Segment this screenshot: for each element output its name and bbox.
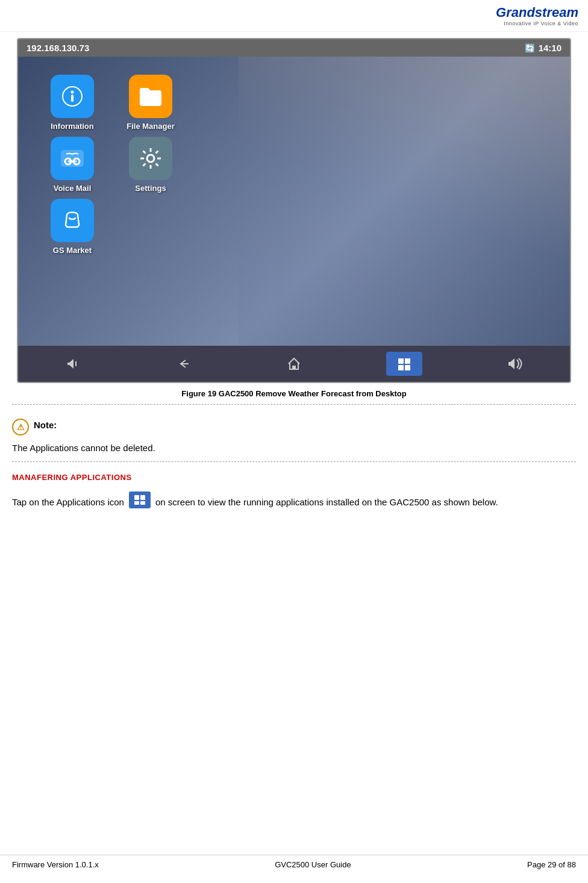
- para-text-before: Tap on the Applications icon: [12, 495, 124, 510]
- divider-1: [12, 404, 576, 405]
- svg-rect-24: [134, 495, 139, 500]
- app-icon-settings[interactable]: Settings: [114, 137, 187, 193]
- nav-volume-up[interactable]: [496, 352, 533, 376]
- logo: Grandstream Innovative IP Voice & Video: [496, 5, 578, 27]
- voicemail-icon-img: [51, 137, 94, 180]
- app-icon-voicemail[interactable]: Voice Mail: [36, 137, 108, 193]
- app-icon-filemanager[interactable]: File Manager: [114, 75, 187, 131]
- svg-rect-21: [398, 365, 404, 370]
- page-header: Grandstream Innovative IP Voice & Video: [0, 0, 588, 32]
- app-grid: Information File Manager: [24, 69, 199, 261]
- svg-line-14: [156, 151, 158, 154]
- svg-line-12: [143, 151, 146, 154]
- note-warning-icon: ⚠: [12, 419, 29, 435]
- applications-inline-icon: [129, 491, 151, 508]
- nav-apps[interactable]: [386, 352, 422, 376]
- desktop-area: Information File Manager: [18, 57, 570, 346]
- page-footer: Firmware Version 1.0.1.x GVC2500 User Gu…: [0, 855, 588, 869]
- nav-volume-down[interactable]: [55, 352, 92, 376]
- note-label: Note:: [34, 418, 57, 432]
- footer-page: Page 29 of 88: [527, 860, 576, 869]
- information-icon-img: [51, 75, 94, 118]
- app-icon-gsmarket[interactable]: GS Market: [36, 199, 108, 255]
- svg-line-15: [143, 164, 146, 166]
- svg-marker-16: [67, 359, 74, 369]
- svg-rect-20: [405, 358, 410, 364]
- svg-rect-26: [134, 501, 139, 505]
- settings-icon-img: [129, 137, 172, 180]
- svg-rect-25: [140, 495, 145, 500]
- divider-2: [12, 461, 576, 462]
- settings-label: Settings: [135, 184, 166, 193]
- sync-icon: 🔄: [525, 43, 535, 53]
- app-icon-information[interactable]: Information: [36, 75, 108, 131]
- nav-home[interactable]: [276, 352, 312, 376]
- filemanager-label: File Manager: [127, 122, 174, 131]
- svg-rect-18: [292, 366, 296, 369]
- svg-line-13: [156, 164, 158, 166]
- svg-rect-19: [398, 358, 404, 364]
- main-content: 192.168.130.73 🔄 14:10 I: [0, 38, 588, 881]
- footer-guide: GVC2500 User Guide: [275, 860, 351, 869]
- svg-rect-3: [61, 151, 83, 166]
- filemanager-icon-img: [129, 75, 172, 118]
- note-section: ⚠ Note:: [0, 408, 588, 440]
- gsmarket-icon-img: [51, 199, 94, 242]
- svg-rect-1: [71, 95, 74, 102]
- note-body: The Applications cannot be deleted.: [0, 440, 588, 458]
- svg-point-7: [147, 155, 154, 162]
- information-label: Information: [51, 122, 94, 131]
- section-heading: MANAFERING APPLICATIONS: [0, 466, 588, 487]
- ip-address: 192.168.130.73: [27, 43, 89, 53]
- gsmarket-label: GS Market: [53, 246, 92, 255]
- screenshot-frame: 192.168.130.73 🔄 14:10 I: [17, 38, 571, 383]
- svg-rect-27: [140, 501, 145, 505]
- svg-rect-22: [405, 365, 410, 370]
- logo-main: Grandstream: [496, 5, 578, 20]
- status-time: 🔄 14:10: [525, 43, 561, 53]
- nav-bar: [18, 346, 570, 382]
- svg-point-2: [71, 91, 74, 94]
- logo-sub: Innovative IP Voice & Video: [496, 20, 578, 27]
- section-paragraph: Tap on the Applications icon on screen t…: [0, 487, 588, 515]
- voicemail-label: Voice Mail: [54, 184, 92, 193]
- clock: 14:10: [539, 43, 561, 53]
- nav-back[interactable]: [166, 352, 202, 376]
- para-text-after: on screen to view the running applicatio…: [155, 495, 498, 510]
- status-bar: 192.168.130.73 🔄 14:10: [18, 39, 570, 57]
- figure-caption: Figure 19 GAC2500 Remove Weather Forecas…: [0, 389, 588, 398]
- footer-firmware: Firmware Version 1.0.1.x: [12, 860, 99, 869]
- svg-marker-23: [508, 358, 514, 369]
